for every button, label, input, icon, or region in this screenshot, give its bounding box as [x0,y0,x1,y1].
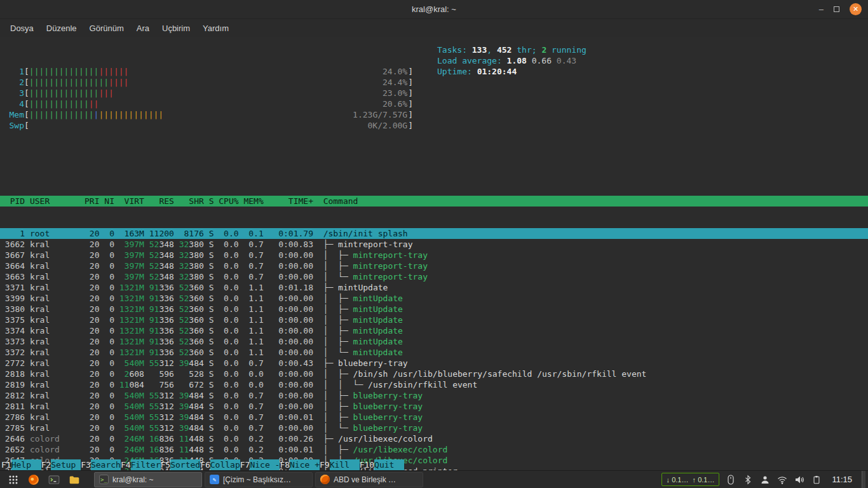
user-applet-tray[interactable] [759,474,771,485]
process-row[interactable]: 3373kral2001321M9133652360S0.01.10:00.00… [0,336,868,347]
column-header-ni[interactable]: NI [100,196,114,207]
minimize-button[interactable]: – [819,6,824,13]
menu-duzenle[interactable]: Düzenle [40,21,83,36]
process-row[interactable]: 3371kral2001321M9133652360S0.01.10:01.18… [0,282,868,293]
files-launcher[interactable] [66,472,83,487]
process-row[interactable]: 2811kral200540M5531239484S0.00.70:00.00│… [0,401,868,412]
cell-user: kral [25,304,79,315]
volume-tray[interactable] [794,474,805,485]
process-row[interactable]: 3372kral2001321M9133652360S0.01.10:00.00… [0,347,868,358]
process-row[interactable]: 3399kral2001321M9133652360S0.01.10:00.00… [0,293,868,304]
process-row[interactable]: 3663kral200397M5234832380S0.00.70:00.00│… [0,271,868,282]
taskbar-window-terminal[interactable]: >_kral@kral: ~ [94,472,202,487]
process-row[interactable]: 3375kral2001321M9133652360S0.01.10:00.00… [0,315,868,325]
process-row[interactable]: 3380kral2001321M9133652360S0.01.10:00.00… [0,304,868,315]
fn-key-f10[interactable]: F10Quit [360,459,404,470]
fn-key-f7[interactable]: F7Nice - [240,459,280,470]
wifi-tray[interactable] [776,474,788,485]
m-br: [ [24,66,29,77]
fn-key-f5[interactable]: F5Sorted [161,459,201,470]
taskbar-window-firefox[interactable]: ABD ve Birleşik … [315,472,423,487]
column-header-virt[interactable]: VIRT [114,196,144,207]
firefox-icon [320,475,330,484]
cell-pid: 3371 [0,282,25,293]
column-header-time[interactable]: TIME+ [264,196,313,207]
menu-ucbirim[interactable]: Uçbirim [156,21,196,36]
command-text: /usr/sbin/rfkill event [368,380,477,390]
function-key-bar: F1Help F2Setup F3SearchF4FilterF5SortedF… [0,459,868,470]
input-device-tray[interactable] [725,474,736,485]
command-text: /sbin/init splash [323,229,408,238]
cell-user: kral [25,282,79,293]
cell-mem: 0.7 [239,239,264,250]
network-monitor[interactable]: ↓ 0.1… ↑ 0.1… [661,473,720,486]
terminal-launcher[interactable] [46,472,62,487]
fn-key-f3[interactable]: F3Search [81,459,121,470]
cell-mem: 0.7 [239,261,264,271]
tree-branch: │ ├─ [323,337,353,346]
cell-time: 0:00.00 [264,423,313,433]
column-header-pri[interactable]: PRI [79,196,99,207]
show-desktop-button[interactable] [862,471,865,488]
c-shr: 32380 [174,271,204,282]
firefox-launcher[interactable] [25,472,42,487]
column-header-pid[interactable]: PID [0,196,25,207]
cell-state: S [204,271,214,282]
process-row[interactable]: 3664kral200397M5234832380S0.00.70:00.00│… [0,261,868,271]
terminal-htop[interactable]: 1[||||||||||||||||||||24.0%]2[||||||||||… [0,37,868,470]
seg-r: ||| [98,88,113,98]
process-table-header[interactable]: PIDUSERPRINIVIRTRESSHRSCPU%MEM%TIME+Comm… [0,196,868,207]
menu-gorunum[interactable]: Görünüm [83,21,130,36]
close-button[interactable]: ✕ [850,3,862,15]
c-virt: 246M [114,433,144,444]
process-row[interactable]: 2812kral200540M5531239484S0.00.70:00.00│… [0,390,868,401]
process-row[interactable]: 2646colord200246M1683611448S0.00.20:00.2… [0,433,868,444]
c-shr: 39484 [174,401,204,412]
fn-key-f1[interactable]: F1Help [1,459,41,470]
process-row[interactable]: 3374kral2001321M9133652360S0.01.10:00.00… [0,325,868,336]
fn-key-f4[interactable]: F4Filter [121,459,161,470]
menu-yardim[interactable]: Yardım [196,21,235,36]
fn-key-f9[interactable]: F9Kill [320,459,360,470]
column-header-user[interactable]: USER [25,196,79,207]
menu-dosya[interactable]: Dosya [4,21,40,36]
fn-key-f8[interactable]: F8Nice + [280,459,320,470]
command-text: blueberry-tray [353,391,423,400]
process-row[interactable]: 2785kral200540M5531239484S0.00.70:00.00│… [0,423,868,433]
cell-command: │ ├─ blueberry-tray [313,412,868,423]
cell-pri: 20 [79,228,99,239]
cell-mem: 0.7 [239,271,264,282]
maximize-button[interactable] [834,6,839,12]
fn-key-f6[interactable]: F6Collap [200,459,240,470]
process-row[interactable]: 2786kral200540M5531239484S0.00.70:00.01│… [0,412,868,423]
column-header-cpu[interactable]: CPU% [214,196,238,207]
fn-key-f2[interactable]: F2Setup [41,459,81,470]
fn-key: F9 [320,459,330,470]
fn-label: Search [91,459,121,470]
process-row[interactable]: 2818kral2002608596528S0.00.00:00.00│ ├─ … [0,369,868,379]
menu-ara[interactable]: Ara [130,21,156,36]
column-header-cmd[interactable]: Command [313,196,868,207]
t-w: 336 [159,294,173,303]
cell-pri: 20 [79,304,99,315]
column-header-shr[interactable]: SHR [174,196,204,207]
process-row[interactable]: 2819kral20011084756672S0.00.00:00.00│ │ … [0,379,868,390]
process-row[interactable]: 2772kral200540M5531239484S0.00.70:00.43├… [0,358,868,369]
cell-time: 0:00.00 [264,379,313,390]
process-row[interactable]: 3667kral200397M5234832380S0.00.70:00.00│… [0,250,868,261]
column-header-s[interactable]: S [204,196,214,207]
taskbar-window-drawing[interactable]: ✎[Çizim ~ Başlıksız… [205,472,313,487]
clipboard-tray[interactable] [811,474,822,485]
process-row[interactable]: 1root200163M112008176S0.00.10:01.79/sbin… [0,228,868,239]
clock[interactable]: 11:15 [828,475,856,484]
m-br: ] [408,77,413,88]
meter-bar: 0K/2.00G [29,120,408,131]
c-res: 52348 [144,250,174,261]
t-num: 11 [179,434,189,444]
column-header-mem[interactable]: MEM% [239,196,264,207]
process-row[interactable]: 2652colord200246M1683611448S0.00.20:00.0… [0,444,868,455]
process-row[interactable]: 3662kral200397M5234832380S0.00.70:00.83├… [0,239,868,250]
column-header-res[interactable]: RES [144,196,174,207]
app-menu-button[interactable] [5,472,22,487]
bluetooth-tray[interactable] [742,474,754,485]
